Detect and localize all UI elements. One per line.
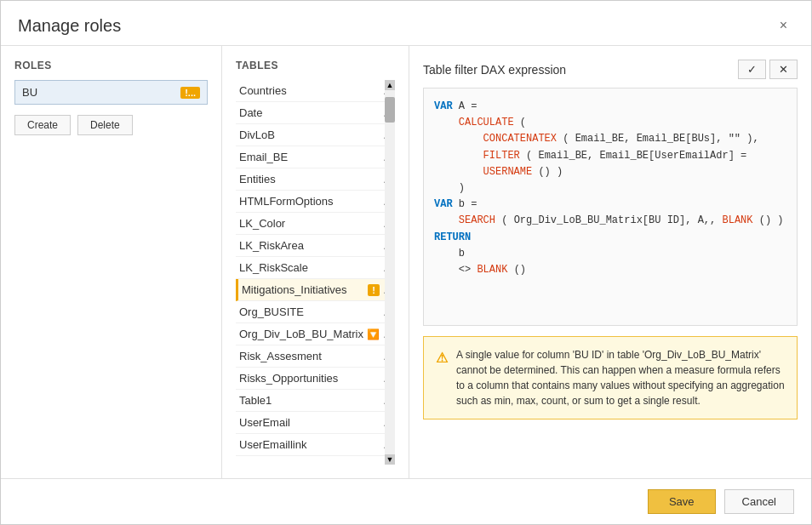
save-button[interactable]: Save xyxy=(648,489,716,514)
manage-roles-dialog: Manage roles × Roles BU !... Create Dele… xyxy=(0,0,812,525)
dialog-header: Manage roles × xyxy=(1,1,811,46)
dax-actions: ✓ ✕ xyxy=(738,60,798,79)
table-item-name: Countries xyxy=(239,84,287,97)
close-button[interactable]: × xyxy=(773,14,794,37)
dialog-title: Manage roles xyxy=(18,16,121,36)
table-item[interactable]: Org_BUSITE... xyxy=(236,301,395,323)
create-role-button[interactable]: Create xyxy=(14,115,71,135)
table-item[interactable]: LK_RiskArea... xyxy=(236,235,395,257)
table-item-name: Date xyxy=(239,106,262,119)
table-item[interactable]: UserEmail... xyxy=(236,412,395,434)
cancel-button[interactable]: Cancel xyxy=(724,489,794,514)
roles-panel: Roles BU !... Create Delete xyxy=(1,46,222,478)
role-item-bu[interactable]: BU !... xyxy=(14,80,208,105)
table-item-name: LK_RiskScale xyxy=(239,261,308,274)
table-item[interactable]: Countries... xyxy=(236,80,395,102)
scrollbar-track xyxy=(385,90,395,454)
warning-box-text: A single value for column 'BU ID' in tab… xyxy=(456,347,785,408)
table-item-name: Entities xyxy=(239,173,276,185)
table-item-name: Risk_Assesment xyxy=(239,350,322,362)
table-item-name: Org_Div_LoB_BU_Matrix xyxy=(239,328,363,340)
table-item[interactable]: UserEmaillink... xyxy=(236,434,395,456)
table-item-name: Mitigations_Initiatives xyxy=(242,283,347,296)
table-item[interactable]: Mitigations_Initiatives!... xyxy=(236,279,395,301)
table-warning-icon: ! xyxy=(368,284,380,296)
dax-panel-title: Table filter DAX expression xyxy=(423,63,566,77)
table-item[interactable]: Risk_Assesment... xyxy=(236,345,395,368)
table-item-name: UserEmaillink xyxy=(239,438,306,451)
tables-panel: Tables Countries...Date...DivLoB...Email… xyxy=(222,46,409,478)
dax-warning-box: ⚠ A single value for column 'BU ID' in t… xyxy=(423,336,798,419)
table-item[interactable]: Org_Div_LoB_BU_Matrix🔽... xyxy=(236,323,395,345)
table-filter-icon: 🔽 xyxy=(367,328,380,340)
role-name: BU xyxy=(22,86,37,99)
roles-panel-label: Roles xyxy=(14,60,208,71)
table-item[interactable]: Email_BE... xyxy=(236,146,395,168)
tables-scroll-wrapper: Countries...Date...DivLoB...Email_BE...E… xyxy=(236,80,395,465)
table-item-name: LK_Color xyxy=(239,217,285,230)
delete-role-button[interactable]: Delete xyxy=(77,115,133,135)
table-item-name: DivLoB xyxy=(239,128,275,141)
dax-panel-header: Table filter DAX expression ✓ ✕ xyxy=(423,60,798,79)
table-item-name: Email_BE xyxy=(239,151,288,163)
role-warning-icon: !... xyxy=(180,87,200,99)
table-item[interactable]: Risks_Opportunities... xyxy=(236,368,395,390)
dax-reject-button[interactable]: ✕ xyxy=(769,60,798,79)
dax-code-editor[interactable]: VAR A = CALCULATE ( CONCATENATEX ( Email… xyxy=(423,88,798,326)
table-item-name: Risks_Opportunities xyxy=(239,372,338,385)
dax-panel: Table filter DAX expression ✓ ✕ VAR A = … xyxy=(409,46,811,478)
table-item[interactable]: DivLoB... xyxy=(236,124,395,146)
dialog-body: Roles BU !... Create Delete Tables Count… xyxy=(1,46,811,478)
tables-panel-label: Tables xyxy=(236,60,395,71)
table-item-name: Org_BUSITE xyxy=(239,305,304,318)
scroll-down-button[interactable]: ▼ xyxy=(385,454,395,465)
scroll-up-button[interactable]: ▲ xyxy=(385,80,395,90)
table-item[interactable]: Date... xyxy=(236,102,395,124)
table-item[interactable]: Entities... xyxy=(236,168,395,191)
table-item[interactable]: LK_RiskScale... xyxy=(236,257,395,279)
table-item-name: UserEmail xyxy=(239,416,290,429)
table-item[interactable]: HTMLFormOptions... xyxy=(236,191,395,213)
scrollbar-thumb xyxy=(385,97,395,123)
dialog-footer: Save Cancel xyxy=(1,478,811,524)
warning-box-icon: ⚠ xyxy=(436,348,448,368)
dax-accept-button[interactable]: ✓ xyxy=(738,60,766,79)
table-item[interactable]: LK_Color... xyxy=(236,213,395,235)
role-buttons: Create Delete xyxy=(14,115,208,135)
table-item-name: LK_RiskArea xyxy=(239,239,304,252)
table-item-name: Table1 xyxy=(239,394,272,407)
table-item[interactable]: Table1... xyxy=(236,390,395,412)
table-item-name: HTMLFormOptions xyxy=(239,195,334,208)
tables-list: Countries...Date...DivLoB...Email_BE...E… xyxy=(236,80,395,456)
